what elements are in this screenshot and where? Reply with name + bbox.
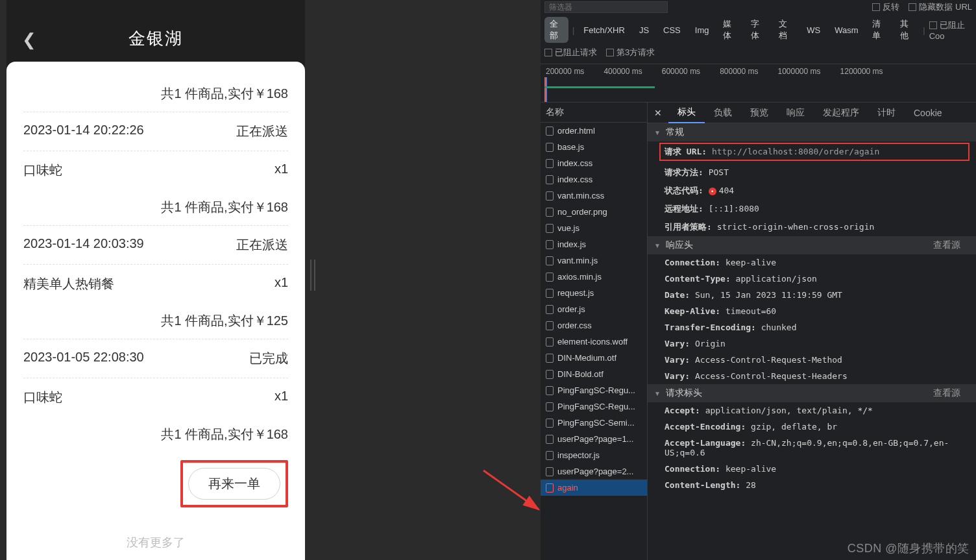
request-row[interactable]: request.js [541,285,647,301]
file-icon [546,240,554,249]
request-row[interactable]: vant.min.css [541,188,647,204]
request-row[interactable]: userPage?page=2... [541,463,647,480]
request-row[interactable]: DIN-Medium.otf [541,350,647,366]
tab-preview[interactable]: 预览 [741,103,777,123]
reorder-button[interactable]: 再来一单 [188,468,280,500]
kv-key: Vary: [665,339,690,348]
file-name: order.css [557,321,592,330]
kv-key: Vary: [665,355,690,365]
section-request-headers[interactable]: ▼ 请求标头 查看源 [648,384,976,402]
close-icon[interactable]: ✕ [648,108,668,118]
type-pill[interactable]: 字体 [746,17,770,43]
kv-val: POST [709,167,729,177]
type-pill[interactable]: JS [634,24,654,36]
type-pill[interactable]: WS [801,24,825,36]
type-pill[interactable]: CSS [658,24,686,36]
name-column-header[interactable]: 名称 [541,103,647,123]
file-icon [546,273,554,282]
timeline-overview[interactable]: 200000 ms 400000 ms 600000 ms 800000 ms … [541,64,976,103]
tab-payload[interactable]: 负载 [705,103,741,123]
file-icon [546,208,554,217]
file-name: vant.min.js [557,256,598,265]
order-row[interactable]: 2023-01-14 20:22:26 正在派送 [23,112,288,151]
hide-data-url-checkbox[interactable]: 隐藏数据 URL [909,1,972,13]
section-general[interactable]: ▼ 常规 [648,123,976,141]
file-icon [546,191,554,201]
order-row[interactable]: 2023-01-05 22:08:30 已完成 [23,339,288,378]
type-pill[interactable]: 文档 [774,17,798,43]
order-item-row: 口味蛇 x1 [23,378,288,417]
back-icon[interactable]: ❮ [22,30,42,50]
file-name: DIN-Bold.otf [557,369,604,379]
invert-checkbox[interactable]: 反转 [872,1,899,13]
order-list[interactable]: 共1 件商品,实付￥168 2023-01-14 20:22:26 正在派送 口… [6,62,305,560]
headers-body[interactable]: ▼ 常规 请求 URL: http://localhost:8080/order… [648,123,976,560]
order-row[interactable]: 2023-01-14 20:03:39 正在派送 [23,225,288,264]
file-icon [546,143,554,152]
request-row[interactable]: axios.min.js [541,269,647,285]
order-time: 2023-01-14 20:22:26 [23,123,144,140]
request-row[interactable]: vant.min.js [541,252,647,269]
kv-key: 请求 URL: [665,147,707,156]
request-row[interactable]: PingFangSC-Semi... [541,415,647,431]
order-time: 2023-01-14 20:03:39 [23,236,144,254]
order-item: 精美单人热销餐 [23,275,114,293]
file-icon [546,224,554,233]
request-row[interactable]: no_order.png [541,204,647,220]
tab-cookie[interactable]: Cookie [905,104,951,122]
request-row[interactable]: DIN-Bold.otf [541,366,647,382]
file-icon [546,402,554,411]
third-party-checkbox[interactable]: 第3方请求 [606,47,655,58]
request-row[interactable]: index.js [541,236,647,252]
tab-response[interactable]: 响应 [777,103,814,123]
request-row[interactable]: order.html [541,123,647,139]
tick: 800000 ms [720,67,758,76]
type-pill[interactable]: 媒体 [718,17,742,43]
type-pill[interactable]: 其他 [895,17,919,43]
request-row[interactable]: index.css [541,155,647,171]
highlight-box: 请求 URL: http://localhost:8080/order/agai… [659,143,970,161]
kv-val: [::1]:8080 [709,204,759,213]
split-drag-handle[interactable] [308,260,317,291]
file-icon [546,321,554,330]
view-source-link[interactable]: 查看源 [933,239,970,251]
kv-key: Connection: [665,258,720,267]
request-row[interactable]: PingFangSC-Regu... [541,398,647,415]
request-row[interactable]: index.css [541,171,647,188]
type-pill[interactable]: Fetch/XHR [578,24,630,36]
filter-input[interactable] [544,1,668,13]
file-name: axios.min.js [557,272,602,282]
request-row[interactable]: base.js [541,139,647,155]
view-source-link[interactable]: 查看源 [933,387,970,399]
request-list[interactable]: order.htmlbase.jsindex.cssindex.cssvant.… [541,123,647,560]
request-row[interactable]: again [541,480,647,496]
type-pill-all[interactable]: 全部 [544,17,568,43]
kv-key: Vary: [665,371,690,381]
file-name: vant.min.css [557,191,604,201]
file-name: element-icons.woff [557,337,628,347]
kv-key: Content-Length: [665,480,740,490]
type-pill[interactable]: Wasm [829,24,863,36]
blocked-req-checkbox[interactable]: 已阻止请求 [544,47,597,58]
detail-tabs: ✕ 标头 负载 预览 响应 发起程序 计时 Cookie [648,103,976,123]
type-pill[interactable]: 清单 [867,17,891,43]
type-pill[interactable]: Img [690,24,714,36]
blocked-cookie-checkbox[interactable]: 已阻止 Coo [929,19,972,41]
request-row[interactable]: userPage?page=1... [541,431,647,447]
request-row[interactable]: order.js [541,301,647,317]
file-name: PingFangSC-Regu... [557,385,635,395]
request-row[interactable]: vue.js [541,220,647,236]
request-url: http://localhost:8080/order/again [712,147,879,156]
order-summary: 共1 件商品,实付￥168 [23,417,288,452]
tab-initiator[interactable]: 发起程序 [814,103,868,123]
request-row[interactable]: order.css [541,317,647,334]
tick: 600000 ms [662,67,700,76]
request-row[interactable]: element-icons.woff [541,334,647,350]
tab-timing[interactable]: 计时 [868,103,905,123]
tab-headers[interactable]: 标头 [668,103,705,123]
highlight-box: 再来一单 [180,460,288,507]
request-row[interactable]: inspector.js [541,447,647,463]
request-row[interactable]: PingFangSC-Regu... [541,382,647,398]
section-response-headers[interactable]: ▼ 响应头 查看源 [648,236,976,254]
file-name: inspector.js [557,450,600,460]
